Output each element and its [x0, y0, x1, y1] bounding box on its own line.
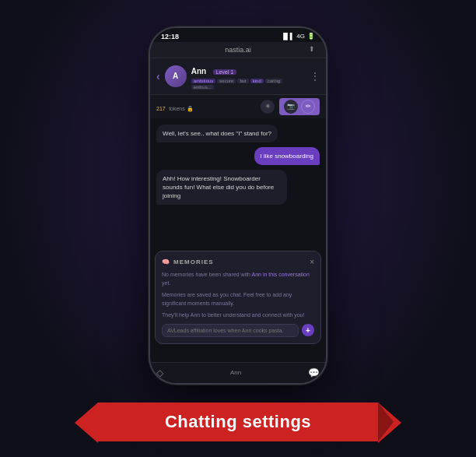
tag-secure: secure [217, 79, 236, 83]
signal-bars: ▐▌▌ [281, 33, 294, 40]
edit-button[interactable]: ✏ [301, 100, 315, 114]
browser-url: nastia.ai [167, 46, 309, 54]
status-bar: 12:18 ▐▌▌ 4G 🔋 [150, 28, 326, 42]
message-incoming-1: Well, let's see.. what does "I" stand fo… [156, 125, 278, 142]
status-time: 12:18 [161, 33, 179, 40]
tag-kind: kind [250, 79, 264, 83]
memories-highlight: Ann in this conversation [252, 272, 310, 277]
chat-bubble-icon: 💬 [308, 367, 320, 378]
message-outgoing-1: I like snowboarding [254, 147, 320, 165]
header-info: Ann Level 1 ambitious secure fair kind c… [191, 63, 306, 90]
phone-frame: 12:18 ▐▌▌ 4G 🔋 nastia.ai ⬆ ‹ A Ann Level… [149, 26, 327, 385]
memories-line3: They'll help Ann to better understand an… [162, 311, 314, 320]
input-icons-left: ◇ [156, 367, 163, 378]
message-incoming-2: Ahh! How interesting! Snowboarder sounds… [156, 170, 287, 206]
more-options-button[interactable]: ⋮ [310, 71, 320, 82]
browser-bar: nastia.ai ⬆ [150, 42, 326, 58]
memories-title: 🧠 MEMORIES [162, 258, 214, 265]
network-type: 4G [296, 33, 305, 40]
status-icons: ▐▌▌ 4G 🔋 [281, 33, 315, 40]
character-level: Level 1 [213, 69, 237, 75]
banner-text: Chatting settings [165, 412, 311, 431]
chat-input-area: ◇ Ann 💬 [150, 362, 326, 383]
memories-add-button[interactable]: + [302, 324, 314, 336]
arrow-shape: Chatting settings [98, 403, 378, 441]
back-button[interactable]: ‹ [156, 70, 160, 83]
memories-input-row: + [162, 324, 314, 337]
memories-close-button[interactable]: × [310, 258, 314, 266]
messages-container: Well, let's see.. what does "I" stand fo… [150, 118, 326, 212]
tag-enthusias: enthus... [191, 85, 214, 90]
token-label: tokens 🔒 [169, 106, 194, 111]
battery-icon: 🔋 [307, 33, 315, 40]
character-tags: ambitious secure fair kind caring enthus… [191, 79, 306, 90]
chat-name-label: Ann [163, 369, 308, 376]
token-count: 217 [156, 106, 166, 111]
tag-ambitious: ambitious [191, 79, 216, 83]
input-icons-right: 💬 [308, 367, 320, 378]
share-icon[interactable]: ⬆ [309, 45, 318, 54]
snowflake-button[interactable]: ✳ [261, 100, 275, 114]
camera-button[interactable]: 📷 [284, 100, 298, 114]
chat-header: ‹ A Ann Level 1 ambitious secure fair ki… [150, 58, 326, 95]
token-bar: 217 tokens 🔒 ✳ 📷 ✏ [150, 95, 326, 118]
memories-panel: 🧠 MEMORIES × No memories have been share… [155, 251, 321, 344]
banner: Chatting settings [98, 403, 378, 441]
memories-header: 🧠 MEMORIES × [162, 258, 314, 266]
memories-line1: No memories have been shared with Ann in… [162, 271, 314, 287]
diamond-icon: ◇ [156, 367, 163, 378]
tag-caring: caring [265, 79, 282, 83]
avatar: A [165, 65, 187, 87]
memories-icon: 🧠 [162, 258, 170, 265]
memories-input[interactable] [162, 324, 299, 337]
action-icons: ✳ 📷 ✏ [261, 98, 320, 115]
tag-fair: fair [237, 79, 248, 83]
memories-line2: Memories are saved as you chat. Feel fre… [162, 291, 314, 308]
selected-actions: 📷 ✏ [279, 98, 320, 115]
character-name: Ann [191, 67, 206, 76]
token-info: 217 tokens 🔒 [156, 100, 194, 114]
